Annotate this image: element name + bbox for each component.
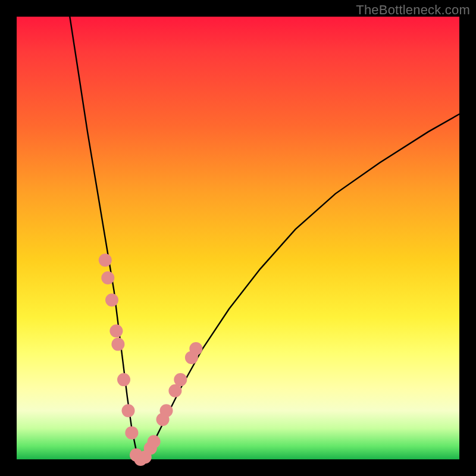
scatter-dot — [122, 404, 135, 417]
watermark-text: TheBottleneck.com — [356, 2, 470, 18]
bottleneck-curve — [70, 17, 459, 459]
scatter-dot — [125, 426, 138, 439]
scatter-dot — [101, 271, 114, 284]
scatter-dot — [111, 338, 124, 351]
scatter-dot — [117, 373, 130, 386]
scatter-dots — [99, 253, 202, 466]
scatter-dot — [109, 324, 123, 337]
chart-svg — [17, 17, 459, 459]
scatter-dot — [99, 253, 112, 267]
scatter-dot — [189, 342, 202, 355]
chart-plot-area — [17, 17, 459, 459]
scatter-dot — [105, 293, 118, 306]
scatter-dot — [174, 373, 187, 386]
scatter-dot — [160, 404, 173, 417]
chart-frame: TheBottleneck.com — [0, 0, 476, 476]
scatter-dot — [148, 435, 161, 448]
